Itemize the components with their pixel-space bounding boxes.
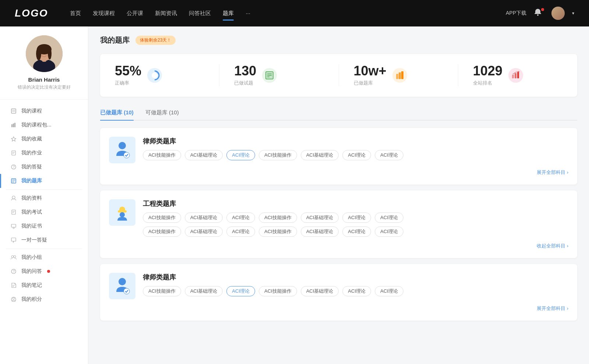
sidebar-item-certificate[interactable]: 我的证书 (0, 219, 88, 233)
nav-link-home[interactable]: 首页 (70, 8, 81, 18)
qbank-tag[interactable]: ACI理论 (342, 286, 371, 296)
sidebar-item-my-course[interactable]: 我的课程 (0, 104, 88, 118)
main-content: 我的题库 体验剩余23天！ 55% 正确率 (88, 26, 589, 364)
user-dropdown-arrow[interactable]: ▾ (572, 11, 574, 16)
sidebar-item-points[interactable]: 我的积分 (0, 292, 88, 306)
sidebar-avatar (26, 35, 63, 72)
svg-point-31 (14, 256, 16, 258)
qbank-tag[interactable]: ACI技能操作 (259, 150, 297, 160)
qbank-lawyer-2-title: 律师类题库 (143, 273, 568, 282)
qbank-tag[interactable]: ACI基础理论 (185, 150, 223, 160)
qbank-lawyer-1-title: 律师类题库 (143, 137, 568, 146)
qbank-tag[interactable]: ACI技能操作 (143, 226, 181, 237)
qbank-tag[interactable]: ACI理论 (226, 213, 255, 223)
qbank-lawyer-2-expand[interactable]: 展开全部科目 › (109, 305, 568, 312)
cert-icon (10, 223, 17, 229)
svg-point-39 (152, 72, 158, 78)
svg-point-37 (13, 298, 15, 300)
qbank-tag[interactable]: ACI理论 (375, 150, 403, 160)
qbank-tag[interactable]: ACI基础理论 (301, 150, 339, 160)
sidebar-item-my-material[interactable]: 我的资料 (0, 191, 88, 205)
tab-available-banks[interactable]: 可做题库 (10) (145, 106, 179, 120)
sidebar-item-my-questions[interactable]: ? 我的问答 (0, 264, 88, 278)
qbank-tag[interactable]: ACI技能操作 (143, 213, 181, 223)
navbar: LOGO 首页 发现课程 公开课 新闻资讯 问答社区 题库 ··· APP下载 … (0, 0, 589, 26)
qbank-engineer-tags-row2: ACI技能操作 ACI基础理论 ACI理论 ACI技能操作 ACI基础理论 AC… (143, 226, 568, 237)
tab-bar: 已做题库 (10) 可做题库 (10) (100, 106, 577, 121)
app-download-link[interactable]: APP下载 (506, 10, 526, 17)
sidebar-item-collection[interactable]: 我的收藏 (0, 132, 88, 146)
sidebar-divider-2 (6, 249, 82, 249)
qbank-tag-active[interactable]: ACI理论 (226, 150, 255, 160)
sidebar-item-homework[interactable]: 我的作业 (0, 146, 88, 160)
tab-done-banks[interactable]: 已做题库 (10) (100, 106, 134, 120)
sidebar-label: 我的课程包... (21, 122, 52, 128)
sidebar-item-course-package[interactable]: 我的课程包... (0, 118, 88, 132)
sidebar-item-question-bank[interactable]: 我的题库 (0, 174, 88, 188)
svg-text:?: ? (13, 270, 15, 274)
qbank-tag-active[interactable]: ACI理论 (226, 286, 255, 296)
nav-link-news[interactable]: 新闻资讯 (155, 8, 177, 18)
qbank-engineer-icon-wrap (109, 199, 135, 226)
svg-rect-50 (517, 72, 519, 78)
qbank-tag[interactable]: ACI理论 (375, 226, 403, 237)
material-icon (10, 195, 17, 201)
qbank-tag[interactable]: ACI技能操作 (143, 286, 181, 296)
qbank-lawyer-icon-wrap (109, 137, 135, 163)
svg-point-30 (11, 256, 14, 258)
nav-link-qa[interactable]: 问答社区 (189, 8, 211, 18)
user-avatar[interactable] (551, 7, 565, 20)
sidebar-item-notes[interactable]: 我的笔记 (0, 278, 88, 292)
stats-row: 55% 正确率 130 已做试题 (100, 54, 577, 97)
qbank-tag[interactable]: ACI基础理论 (301, 226, 339, 237)
stat-accuracy: 55% 正确率 (100, 64, 219, 86)
qbank-tag[interactable]: ACI基础理论 (185, 286, 223, 296)
svg-rect-47 (401, 71, 403, 79)
sidebar-label: 我的证书 (21, 223, 42, 229)
svg-text:?: ? (13, 165, 15, 169)
qbank-tag[interactable]: ACI理论 (342, 213, 371, 223)
sidebar-item-one-on-one[interactable]: 一对一答疑 (0, 233, 88, 247)
svg-marker-51 (518, 71, 519, 72)
sidebar-item-my-qa[interactable]: ? 我的答疑 (0, 160, 88, 174)
sidebar-item-exam[interactable]: 我的考试 (0, 205, 88, 219)
qbank-tag[interactable]: ACI基础理论 (301, 286, 339, 296)
qbank-tag[interactable]: ACI理论 (375, 213, 403, 223)
sidebar-divider (6, 189, 82, 190)
qbank-lawyer-1-expand[interactable]: 展开全部科目 › (109, 169, 568, 176)
exam-icon (10, 209, 17, 215)
qbank-tag[interactable]: ACI基础理论 (185, 226, 223, 237)
stat-questions-done: 130 已做试题 (219, 64, 339, 86)
qbank-tag[interactable]: ACI技能操作 (259, 226, 297, 237)
sidebar-label: 我的答疑 (21, 164, 42, 170)
stat-rank: 1029 全站排名 (458, 64, 577, 86)
nav-link-questionbank[interactable]: 题库 (223, 8, 234, 18)
chat-icon (10, 237, 17, 243)
qbank-tag[interactable]: ACI理论 (342, 226, 371, 237)
notification-bell[interactable] (534, 8, 544, 18)
qbank-engineer-expand[interactable]: 收起全部科目 › (109, 243, 568, 249)
sidebar-item-group[interactable]: 我的小组 (0, 250, 88, 264)
nav-link-more[interactable]: ··· (246, 8, 250, 18)
qbank-tag[interactable]: ACI理论 (226, 226, 255, 237)
qbank-tag[interactable]: ACI理论 (375, 286, 403, 296)
qbank-tag[interactable]: ACI技能操作 (259, 286, 297, 296)
stat-accuracy-value: 55% (115, 64, 141, 78)
qbank-tag[interactable]: ACI技能操作 (259, 213, 297, 223)
qbank-tag[interactable]: ACI技能操作 (143, 150, 181, 160)
qbank-tag[interactable]: ACI理论 (342, 150, 371, 160)
qbank-card-engineer: 工程类题库 ACI技能操作 ACI基础理论 ACI理论 ACI技能操作 ACI基… (100, 190, 577, 258)
svg-point-7 (48, 48, 52, 60)
qbank-tag[interactable]: ACI基础理论 (185, 213, 223, 223)
navbar-logo[interactable]: LOGO (15, 7, 48, 19)
sidebar-label: 我的笔记 (21, 282, 42, 289)
svg-point-53 (124, 152, 130, 158)
nav-link-discover[interactable]: 发现课程 (93, 8, 115, 18)
stat-rank-value: 1029 (473, 64, 502, 78)
nav-link-opencourse[interactable]: 公开课 (127, 8, 143, 18)
qbank-tag[interactable]: ACI基础理论 (301, 213, 339, 223)
sidebar-label: 我的收藏 (21, 136, 42, 142)
stat-questions-label: 已做试题 (234, 80, 256, 86)
question-icon: ? (10, 268, 17, 275)
sidebar-nav: 我的课程 我的课程包... 我的收藏 我的作业 (0, 100, 88, 311)
